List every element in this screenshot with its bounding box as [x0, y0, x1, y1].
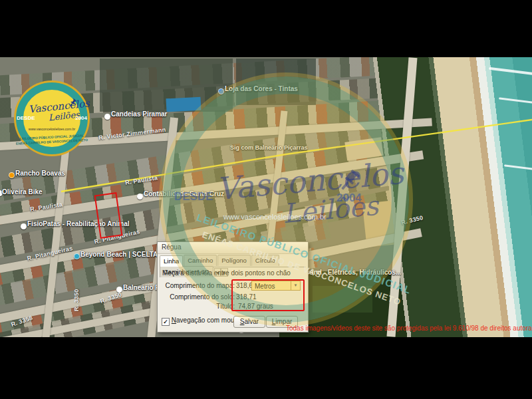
ground-length-label: Comprimento do solo:: [160, 293, 235, 301]
checkbox-label-accel: N: [172, 317, 176, 324]
street-label: R. 3350: [73, 289, 80, 311]
poi-label[interactable]: Contabilidade Santa Cruz: [144, 190, 224, 198]
poi-dot-icon[interactable]: [74, 253, 80, 259]
screenshot-stage: Loja das Cores - Tintas Candeias Piramar…: [0, 0, 532, 399]
tab-linha[interactable]: Linha: [160, 255, 183, 267]
tab-circulo[interactable]: Círculo: [251, 255, 279, 266]
map-length-label: Comprimento do mapa:: [160, 282, 235, 289]
poi-label[interactable]: Sig com Balneário Piçarras: [230, 144, 308, 151]
copyright-notice: Todas imagens/vídeos deste site são prot…: [286, 325, 532, 332]
heading-label: Título:: [160, 303, 235, 310]
poi-label[interactable]: Candeias Piramar: [111, 110, 168, 118]
poi-label[interactable]: Rancho Boavas: [15, 170, 65, 177]
company-logo: Vasconcelos Leilões DESDE 2004 www.vasco…: [14, 80, 90, 156]
logo-year: 2004: [75, 115, 87, 121]
poi-dot-icon[interactable]: [9, 172, 15, 178]
poi-dot-icon[interactable]: [137, 194, 143, 200]
dialog-tabs: LinhaCaminhoPolígonoCírculoCaminho em 3D…: [160, 255, 306, 267]
measurement-highlight-annotation: [231, 279, 305, 311]
poi-label[interactable]: Brand - Elétricos, Hidráulicos...: [303, 269, 401, 276]
poi-label[interactable]: Oliveira Bike: [2, 188, 43, 196]
top-letterbox: [0, 0, 532, 57]
tab-poligono[interactable]: Polígono: [217, 255, 251, 266]
dialog-title[interactable]: Régua: [158, 242, 308, 254]
mouse-navigation-checkbox[interactable]: ✓ Navegação com mouse: [162, 317, 241, 326]
save-label: alvar: [244, 318, 259, 325]
checkbox-check-icon[interactable]: ✓: [162, 318, 170, 326]
tab-caminho[interactable]: Caminho: [184, 255, 217, 266]
logo-since: DESDE: [17, 115, 35, 121]
checkbox-label: avegação com mouse: [176, 317, 241, 324]
poi-label[interactable]: Beyond Beach | SCELTA: [80, 251, 158, 258]
bottom-letterbox: [0, 337, 532, 399]
logo-website: www.vasconcelosleiloes.com.br: [14, 127, 90, 131]
poi-label[interactable]: Loja das Cores - Tintas: [225, 85, 298, 92]
poi-dot-icon[interactable]: [21, 223, 27, 229]
poi-dot-icon[interactable]: [218, 88, 224, 94]
poi-dot-icon[interactable]: [104, 114, 110, 120]
gavel-icon: [67, 98, 78, 108]
save-button[interactable]: Salvar: [233, 316, 265, 328]
dialog-description: Meça a distância entre dois pontos no ch…: [162, 269, 291, 277]
